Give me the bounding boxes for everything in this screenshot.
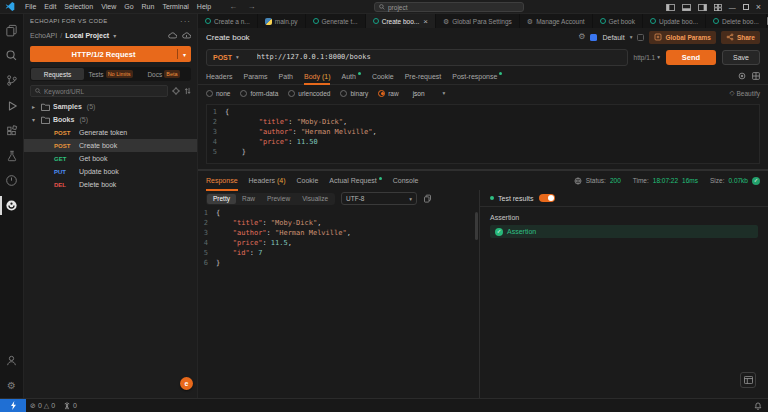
response-tab-response[interactable]: Response — [206, 171, 238, 190]
editor-tab-generate-t[interactable]: Generate t... — [306, 14, 366, 28]
target-icon[interactable] — [738, 72, 746, 80]
body-type-none[interactable]: none — [206, 90, 230, 97]
tree-folder-books[interactable]: ▾Books(5) — [24, 113, 197, 126]
close-window-icon[interactable]: × — [756, 3, 761, 12]
menu-edit[interactable]: Edit — [40, 3, 60, 10]
menu-selection[interactable]: Selection — [60, 3, 97, 10]
editor-tab-manage-account[interactable]: ⚙Manage Account — [520, 14, 593, 28]
env-pin-icon[interactable] — [637, 34, 644, 41]
request-tab-headers[interactable]: Headers — [206, 68, 232, 84]
sidebar-tab-tests[interactable]: TestsNo Limits — [84, 68, 137, 80]
settings-gear-icon[interactable]: ⚙ — [0, 373, 24, 398]
power-circle-icon[interactable] — [0, 168, 24, 193]
menu-go[interactable]: Go — [120, 3, 137, 10]
editor-tab-delete-boo[interactable]: Delete boo... — [706, 14, 767, 28]
testing-icon[interactable] — [0, 143, 24, 168]
view-tab-preview[interactable]: Preview — [261, 194, 296, 204]
menu-view[interactable]: View — [97, 3, 120, 10]
echoapi-sidebar-icon[interactable] — [0, 193, 24, 218]
editor-tab-create-boo[interactable]: Create boo...× — [366, 14, 436, 28]
tree-folder-samples[interactable]: ▸Samples(5) — [24, 100, 197, 113]
sidebar-tab-docs[interactable]: DocsBeta — [137, 68, 190, 80]
response-tab-actual-request[interactable]: Actual Request — [329, 171, 381, 190]
request-tab-path[interactable]: Path — [279, 68, 293, 84]
body-type-urlencoded[interactable]: urlencoded — [288, 90, 330, 97]
account-icon[interactable] — [0, 348, 24, 373]
request-tab-body[interactable]: Body (1) — [304, 68, 330, 84]
search-sidebar-icon[interactable] — [0, 43, 24, 68]
response-tab-headers[interactable]: Headers (4) — [249, 171, 286, 190]
global-params-button[interactable]: Global Params — [649, 31, 716, 44]
sidebar-tab-requests[interactable]: Requests — [31, 68, 84, 80]
explorer-icon[interactable] — [0, 18, 24, 43]
sort-icon[interactable] — [184, 87, 191, 95]
view-tab-raw[interactable]: Raw — [236, 194, 261, 204]
new-request-button[interactable]: HTTP/1/2 Request ▾ — [30, 46, 191, 62]
editor-tab-main-py[interactable]: main.py — [258, 14, 306, 28]
minimize-icon[interactable]: — — [729, 4, 736, 11]
view-tab-pretty[interactable]: Pretty — [207, 194, 236, 204]
close-icon[interactable]: × — [423, 17, 428, 26]
panel-more-icon[interactable]: ··· — [180, 17, 191, 26]
run-debug-icon[interactable] — [0, 93, 24, 118]
menu-run[interactable]: Run — [138, 3, 159, 10]
env-settings-gear-icon[interactable]: ⚙ — [578, 33, 585, 41]
filter-target-icon[interactable] — [172, 87, 180, 95]
body-type-binary[interactable]: binary — [340, 90, 368, 97]
menu-help[interactable]: Help — [193, 3, 215, 10]
tree-request-create-book[interactable]: POSTCreate book — [24, 139, 197, 152]
restore-icon[interactable] — [743, 4, 749, 10]
problems-indicator[interactable]: ⊘ 0 △ 0 — [26, 402, 59, 410]
panel-layout-icon[interactable] — [740, 372, 756, 388]
request-type-dropdown-icon[interactable]: ▾ — [177, 49, 191, 59]
request-tab-params[interactable]: Params — [243, 68, 267, 84]
response-tab-console[interactable]: Console — [393, 171, 419, 190]
body-type-form-data[interactable]: form-data — [240, 90, 278, 97]
encoding-selector[interactable]: UTF-8 ▾ — [341, 192, 417, 205]
url-input[interactable]: POST ▾ http://127.0.0.1:8000/books — [206, 49, 628, 66]
method-selector[interactable]: POST — [213, 54, 232, 61]
extensions-icon[interactable] — [0, 118, 24, 143]
bell-icon[interactable] — [754, 402, 762, 410]
remote-indicator[interactable] — [0, 399, 26, 412]
editor-tab-update-boo[interactable]: Update boo... — [643, 14, 706, 28]
body-format-selector[interactable]: json ▾ — [413, 90, 446, 97]
toggle-secondary-sidebar-icon[interactable] — [698, 4, 707, 11]
twisty-icon[interactable]: ▸ — [32, 103, 38, 110]
environment-selector[interactable]: Default — [602, 34, 624, 41]
command-center-search[interactable]: project — [374, 2, 524, 12]
beautify-button[interactable]: ◇ Beautify — [730, 89, 761, 97]
request-tab-auth[interactable]: Auth — [341, 68, 360, 84]
response-tab-cookie[interactable]: Cookie — [297, 171, 319, 190]
echoapi-floating-badge[interactable]: e — [180, 377, 193, 390]
editor-tab-global-para-settings[interactable]: ⚙Global Para Settings — [436, 14, 520, 28]
response-body-editor[interactable]: 1{2 "title": "Moby-Dick",3 "author": "He… — [198, 207, 479, 268]
editor-tab-create-a-n[interactable]: Create a n... — [198, 14, 258, 28]
twisty-icon[interactable]: ▾ — [32, 116, 38, 123]
tree-request-generate-token[interactable]: POSTGenerate token — [24, 126, 197, 139]
body-type-raw[interactable]: raw — [378, 90, 398, 97]
request-tab-pre-request[interactable]: Pre-request — [405, 68, 442, 84]
assertion-result[interactable]: ✓Assertion — [490, 225, 758, 238]
tree-request-update-book[interactable]: PUTUpdate book — [24, 165, 197, 178]
scrollbar[interactable] — [475, 212, 478, 240]
send-button[interactable]: Send — [666, 50, 716, 65]
view-tab-visualize[interactable]: Visualize — [296, 194, 334, 204]
tree-request-delete-book[interactable]: DELDelete book — [24, 178, 197, 191]
save-button[interactable]: Save — [722, 50, 760, 65]
cloud-upload-icon[interactable] — [168, 32, 177, 39]
test-results-toggle[interactable] — [539, 194, 555, 202]
history-nav-icons[interactable]: ← → — [229, 2, 259, 11]
tree-request-get-book[interactable]: GETGet book — [24, 152, 197, 165]
expand-grid-icon[interactable] — [752, 72, 760, 80]
ports-indicator[interactable]: 0 — [59, 402, 81, 410]
menu-terminal[interactable]: Terminal — [158, 3, 192, 10]
share-button[interactable]: Share — [721, 31, 760, 44]
toggle-panel-icon[interactable] — [682, 4, 691, 11]
request-tab-post-response[interactable]: Post-response — [452, 68, 502, 84]
search-input[interactable]: Keyword/URL — [30, 85, 168, 97]
request-body-editor[interactable]: 1{2 "title": "Moby-Dick",3 "author": "He… — [206, 104, 760, 164]
request-tab-cookie[interactable]: Cookie — [372, 68, 394, 84]
toggle-sidebar-icon[interactable] — [666, 4, 675, 11]
source-control-icon[interactable] — [0, 68, 24, 93]
